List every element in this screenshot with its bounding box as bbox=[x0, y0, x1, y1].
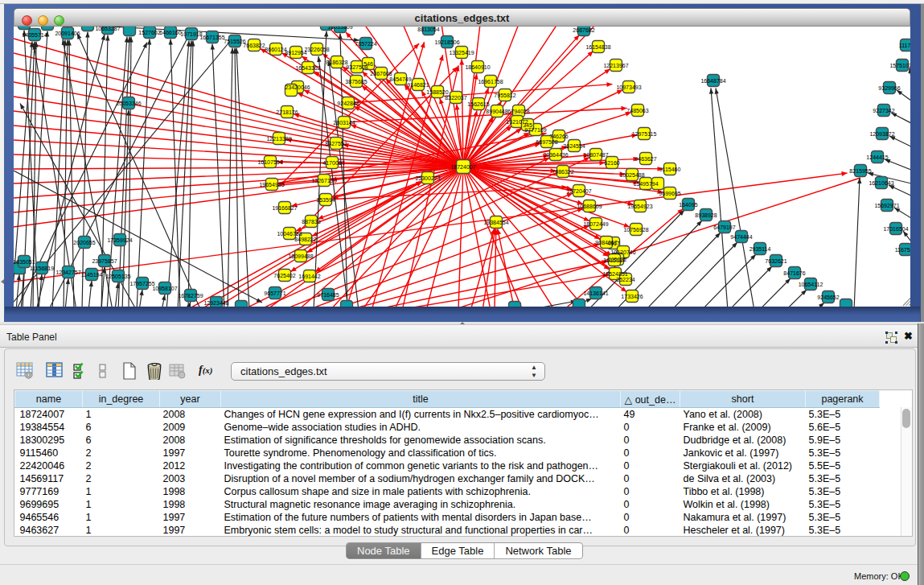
svg-text:16648784: 16648784 bbox=[700, 78, 725, 84]
svg-text:10807487: 10807487 bbox=[583, 152, 608, 158]
svg-text:10654112: 10654112 bbox=[799, 282, 823, 287]
svg-text:16543362: 16543362 bbox=[295, 65, 320, 71]
svg-text:3624554: 3624554 bbox=[563, 143, 585, 149]
svg-text:9245652: 9245652 bbox=[817, 295, 839, 300]
svg-text:8322037: 8322037 bbox=[445, 95, 466, 101]
svg-text:1562615: 1562615 bbox=[467, 101, 489, 107]
svg-text:12093872: 12093872 bbox=[869, 131, 894, 137]
svg-text:1145194: 1145194 bbox=[81, 272, 103, 278]
svg-text:23420046: 23420046 bbox=[285, 84, 310, 90]
svg-text:7632621: 7632621 bbox=[765, 258, 786, 264]
svg-text:7625402: 7625402 bbox=[273, 273, 295, 278]
svg-text:8454749: 8454749 bbox=[389, 76, 411, 82]
svg-text:9227342: 9227342 bbox=[873, 108, 894, 113]
svg-text:1733426: 1733426 bbox=[621, 294, 643, 299]
svg-text:12505135: 12505135 bbox=[105, 274, 130, 279]
svg-text:15720407: 15720407 bbox=[566, 188, 591, 194]
svg-text:10958107: 10958107 bbox=[152, 286, 177, 291]
svg-text:11175: 11175 bbox=[899, 43, 910, 48]
svg-text:18640910: 18640910 bbox=[465, 64, 490, 70]
svg-text:16033809: 16033809 bbox=[327, 27, 352, 30]
svg-text:1615137: 1615137 bbox=[603, 257, 625, 263]
svg-text:9146821: 9146821 bbox=[407, 82, 429, 88]
svg-text:15692971: 15692971 bbox=[874, 203, 899, 208]
svg-text:18524851: 18524851 bbox=[602, 271, 627, 277]
svg-text:7485063: 7485063 bbox=[626, 108, 648, 113]
svg-text:18072449: 18072449 bbox=[583, 221, 608, 227]
svg-text:7663822: 7663822 bbox=[243, 43, 265, 48]
svg-text:18724007: 18724007 bbox=[450, 164, 475, 170]
svg-text:20053346: 20053346 bbox=[116, 101, 141, 106]
svg-text:12975115: 12975115 bbox=[632, 131, 657, 137]
svg-text:8427552: 8427552 bbox=[325, 141, 347, 146]
svg-text:15751074: 15751074 bbox=[889, 63, 910, 68]
svg-text:62160: 62160 bbox=[604, 160, 620, 166]
svg-text:14055714: 14055714 bbox=[22, 32, 47, 38]
svg-text:9329966: 9329966 bbox=[878, 85, 900, 91]
svg-text:16961758: 16961758 bbox=[478, 79, 503, 84]
svg-text:13267130: 13267130 bbox=[311, 178, 336, 183]
svg-text:11156819: 11156819 bbox=[30, 266, 54, 271]
svg-text:2020655: 2020655 bbox=[73, 240, 95, 245]
svg-text:19654985: 19654985 bbox=[259, 182, 284, 187]
svg-text:16210643: 16210643 bbox=[869, 180, 893, 186]
svg-text:546: 546 bbox=[363, 61, 373, 67]
svg-text:20364436: 20364436 bbox=[543, 152, 568, 158]
svg-text:18099488: 18099488 bbox=[288, 253, 313, 259]
svg-text:7955812: 7955812 bbox=[494, 93, 515, 98]
svg-text:417006: 417006 bbox=[322, 160, 341, 166]
svg-text:7986322: 7986322 bbox=[552, 169, 573, 175]
svg-text:1588520: 1588520 bbox=[426, 89, 448, 95]
svg-text:10120746: 10120746 bbox=[610, 249, 635, 255]
svg-text:9084067: 9084067 bbox=[595, 240, 617, 245]
svg-text:8471676: 8471676 bbox=[783, 270, 805, 276]
svg-text:15495794: 15495794 bbox=[633, 181, 658, 187]
svg-text:16782759: 16782759 bbox=[178, 293, 203, 299]
svg-text:19218506: 19218506 bbox=[434, 39, 459, 45]
svg-text:1835051: 1835051 bbox=[14, 259, 35, 265]
svg-text:14136141: 14136141 bbox=[583, 290, 608, 296]
svg-text:1527602: 1527602 bbox=[138, 30, 160, 35]
svg-text:6794028: 6794028 bbox=[507, 109, 529, 114]
svg-text:8660124: 8660124 bbox=[265, 47, 286, 52]
svg-text:9699695: 9699695 bbox=[659, 191, 680, 196]
svg-text:8990448: 8990448 bbox=[486, 109, 507, 114]
svg-text:9777169: 9777169 bbox=[524, 127, 546, 133]
svg-text:2803144: 2803144 bbox=[333, 120, 355, 126]
svg-text:9716485: 9716485 bbox=[317, 292, 339, 298]
svg-text:2367608: 2367608 bbox=[370, 71, 392, 76]
svg-text:252234: 252234 bbox=[616, 277, 634, 282]
svg-text:8498222: 8498222 bbox=[294, 237, 316, 242]
svg-text:23975857: 23975857 bbox=[92, 258, 117, 264]
svg-text:17359924: 17359924 bbox=[107, 237, 132, 243]
svg-text:6479197: 6479197 bbox=[713, 225, 735, 230]
svg-text:9115460: 9115460 bbox=[659, 167, 681, 172]
svg-text:6897508: 6897508 bbox=[536, 139, 557, 145]
svg-text:12923448: 12923448 bbox=[203, 300, 228, 306]
svg-text:7857224: 7857224 bbox=[355, 41, 376, 47]
svg-text:1691442: 1691442 bbox=[298, 274, 320, 279]
svg-text:6466160: 6466160 bbox=[159, 30, 181, 35]
svg-text:2687682: 2687682 bbox=[573, 27, 594, 33]
svg-text:746266: 746266 bbox=[549, 134, 568, 139]
svg-text:10046758: 10046758 bbox=[277, 231, 302, 237]
svg-text:19384554: 19384554 bbox=[483, 220, 508, 225]
svg-text:16154838: 16154838 bbox=[585, 44, 610, 50]
svg-text:9242848: 9242848 bbox=[337, 101, 359, 106]
svg-text:8186328: 8186328 bbox=[326, 60, 347, 65]
svg-text:19654923: 19654923 bbox=[627, 204, 652, 209]
svg-text:16671355: 16671355 bbox=[199, 35, 224, 40]
svg-text:164095: 164095 bbox=[679, 202, 697, 208]
svg-text:10756928: 10756928 bbox=[623, 227, 648, 233]
svg-text:17957255: 17957255 bbox=[129, 281, 154, 286]
svg-text:10025488: 10025488 bbox=[619, 172, 644, 178]
svg-text:25300273: 25300273 bbox=[415, 175, 440, 181]
svg-text:12342757: 12342757 bbox=[55, 270, 80, 275]
svg-text:1244415: 1244415 bbox=[866, 154, 888, 160]
svg-text:23226058: 23226058 bbox=[304, 47, 329, 52]
svg-text:9463627: 9463627 bbox=[634, 156, 656, 162]
svg-text:10653287: 10653287 bbox=[95, 27, 120, 31]
svg-text:3875685: 3875685 bbox=[345, 79, 367, 84]
svg-text:17016504: 17016504 bbox=[883, 226, 908, 232]
svg-text:8938928: 8938928 bbox=[695, 212, 717, 218]
